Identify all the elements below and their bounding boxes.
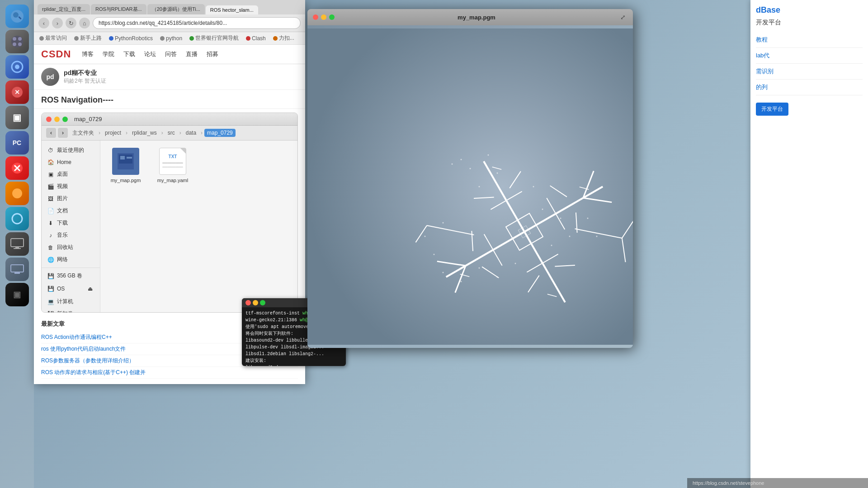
sidebar-pictures[interactable]: 🖼 图片 bbox=[42, 192, 100, 205]
sidebar-network[interactable]: 🌐 网络 bbox=[42, 253, 100, 266]
sidebar-music-label: 音乐 bbox=[57, 231, 68, 239]
dock-monitor2[interactable] bbox=[5, 258, 29, 281]
file-yaml[interactable]: TXT ════════ ════════ my_map.yaml bbox=[155, 148, 191, 183]
sidebar-newvol[interactable]: 💾 新加卷 bbox=[42, 308, 100, 313]
dock-app-3[interactable] bbox=[5, 55, 29, 79]
sidebar-trash[interactable]: 🗑 回收站 bbox=[42, 241, 100, 253]
computer-icon: 💻 bbox=[47, 298, 54, 305]
sidebar-volume[interactable]: 💾 356 GB 卷 bbox=[42, 270, 100, 282]
terminal-close[interactable] bbox=[245, 300, 251, 305]
svg-point-75 bbox=[443, 222, 444, 224]
file-pgm[interactable]: my_map.pgm bbox=[108, 148, 144, 183]
bookmark-clash[interactable]: Clash bbox=[244, 34, 268, 42]
rs-item-4[interactable]: 的列 bbox=[756, 80, 863, 95]
sidebar-trash-label: 回收站 bbox=[57, 244, 73, 251]
url-bar[interactable] bbox=[93, 17, 301, 29]
tab-rplidar[interactable]: rplidar_定位_百度... bbox=[38, 4, 90, 14]
bookmark-python[interactable]: python bbox=[158, 34, 184, 42]
rs-item-1[interactable]: 教程 bbox=[756, 32, 863, 48]
recent-article-4[interactable]: ROS 动作库的请求与相应(基于C++) 创建并 bbox=[41, 367, 298, 379]
iv-maximize-button[interactable] bbox=[329, 14, 335, 20]
sidebar-documents[interactable]: 📄 文档 bbox=[42, 205, 100, 217]
rs-link-4[interactable]: 的列 bbox=[756, 84, 768, 90]
back-button[interactable]: ‹ bbox=[38, 18, 49, 28]
breadcrumb-sep: › bbox=[99, 130, 100, 136]
bookmark-leetcode[interactable]: 力扣... bbox=[271, 33, 296, 43]
nav-live[interactable]: 直播 bbox=[184, 49, 199, 59]
rs-link-2[interactable]: lab代 bbox=[756, 52, 769, 59]
video-icon: 🎬 bbox=[47, 183, 54, 190]
dock-app-4[interactable]: ✕ bbox=[5, 80, 29, 104]
breadcrumb-map0729[interactable]: map_0729 bbox=[204, 129, 236, 137]
sidebar-video[interactable]: 🎬 视频 bbox=[42, 180, 100, 192]
reload-button[interactable]: ↻ bbox=[66, 18, 76, 28]
bookmark-zuichang[interactable]: 最常访问 bbox=[38, 33, 69, 43]
fm-maximize-dot[interactable] bbox=[62, 117, 68, 122]
tab-20params[interactable]: （20参源码）使用Ti... bbox=[147, 4, 205, 14]
pgm-icon bbox=[112, 148, 139, 175]
sidebar-desktop[interactable]: ▣ 桌面 bbox=[42, 168, 100, 180]
nav-blog[interactable]: 博客 bbox=[80, 49, 95, 59]
dock-app-pc[interactable]: PC bbox=[5, 131, 29, 155]
tab-ros-hector[interactable]: ROS hector_slam... bbox=[206, 5, 258, 14]
bookmark-icon bbox=[109, 36, 113, 41]
fm-close-dot[interactable] bbox=[46, 117, 52, 122]
rs-item-3[interactable]: 需识别 bbox=[756, 64, 863, 80]
breadcrumb-rplidar[interactable]: rplidar_ws bbox=[129, 129, 160, 137]
avatar: pd bbox=[41, 68, 59, 86]
bookmark-icon bbox=[246, 36, 250, 41]
rs-item-2[interactable]: lab代 bbox=[756, 48, 863, 64]
bookmark-python-robotics[interactable]: PythonRobotics bbox=[107, 34, 155, 42]
tab-ros-rplidar[interactable]: ROS与RPLIDAR基... bbox=[91, 4, 146, 14]
bookmark-label: 世界银行官网导航 bbox=[195, 34, 239, 42]
rs-link-1[interactable]: 教程 bbox=[756, 36, 768, 43]
rs-platform-button[interactable]: 开发平台 bbox=[756, 103, 788, 116]
sidebar-video-label: 视频 bbox=[57, 183, 68, 190]
fm-minimize-dot[interactable] bbox=[54, 117, 60, 122]
nav-forum[interactable]: 论坛 bbox=[142, 49, 158, 59]
eject-button[interactable]: ⏏ bbox=[85, 284, 94, 293]
dock-finder[interactable] bbox=[5, 5, 29, 28]
sidebar-computer[interactable]: 💻 计算机 bbox=[42, 296, 100, 308]
nav-recruit[interactable]: 招募 bbox=[205, 49, 220, 59]
dock-launchpad[interactable] bbox=[5, 30, 29, 53]
dock-app-5[interactable]: ▣ bbox=[5, 106, 29, 129]
dock-app-9[interactable] bbox=[5, 207, 29, 230]
home-button[interactable]: ⌂ bbox=[79, 18, 90, 28]
breadcrumb-home[interactable]: 主文件夹 bbox=[70, 128, 97, 138]
home-icon: 🏠 bbox=[47, 159, 54, 166]
dock-app-8[interactable] bbox=[5, 182, 29, 205]
bookmark-worldbank[interactable]: 世界银行官网导航 bbox=[188, 33, 241, 43]
terminal-maximize[interactable] bbox=[260, 300, 265, 305]
fm-forward-button[interactable]: › bbox=[58, 128, 68, 138]
bookmark-label: 新手上路 bbox=[80, 34, 102, 42]
breadcrumb-project[interactable]: project bbox=[102, 129, 124, 137]
sidebar-music[interactable]: ♪ 音乐 bbox=[42, 229, 100, 241]
breadcrumb-data[interactable]: data bbox=[183, 129, 199, 137]
svg-point-67 bbox=[551, 245, 552, 246]
fm-titlebar: map_0729 bbox=[42, 113, 297, 126]
dock-app-7[interactable] bbox=[5, 156, 29, 180]
bookmark-xinshou[interactable]: 新手上路 bbox=[72, 33, 104, 43]
sidebar-pictures-label: 图片 bbox=[57, 195, 68, 202]
forward-button[interactable]: › bbox=[52, 18, 63, 28]
iv-resize-button[interactable]: ⤢ bbox=[618, 13, 627, 22]
sidebar-downloads[interactable]: ⬇ 下载 bbox=[42, 217, 100, 229]
iv-close-button[interactable] bbox=[313, 14, 318, 20]
iv-minimize-button[interactable] bbox=[321, 14, 326, 20]
rs-link-3[interactable]: 需识别 bbox=[756, 68, 774, 75]
nav-qa[interactable]: 问答 bbox=[163, 49, 179, 59]
bookmark-label: python bbox=[166, 35, 182, 42]
dock-app-12[interactable]: ▣ bbox=[5, 283, 29, 306]
breadcrumb-src[interactable]: src bbox=[165, 129, 178, 137]
terminal-minimize[interactable] bbox=[253, 300, 258, 305]
nav-download[interactable]: 下载 bbox=[122, 49, 137, 59]
nav-college[interactable]: 学院 bbox=[101, 49, 116, 59]
fm-back-button[interactable]: ‹ bbox=[46, 128, 56, 138]
article-title: ROS Navigation---- bbox=[34, 90, 305, 109]
sidebar-os[interactable]: 💾 OS ⏏ bbox=[42, 282, 100, 296]
sidebar-recent[interactable]: ⏱ 最近使用的 bbox=[42, 144, 100, 156]
svg-rect-18 bbox=[15, 247, 19, 248]
sidebar-home[interactable]: 🏠 Home bbox=[42, 156, 100, 168]
dock-monitor[interactable] bbox=[5, 232, 29, 256]
